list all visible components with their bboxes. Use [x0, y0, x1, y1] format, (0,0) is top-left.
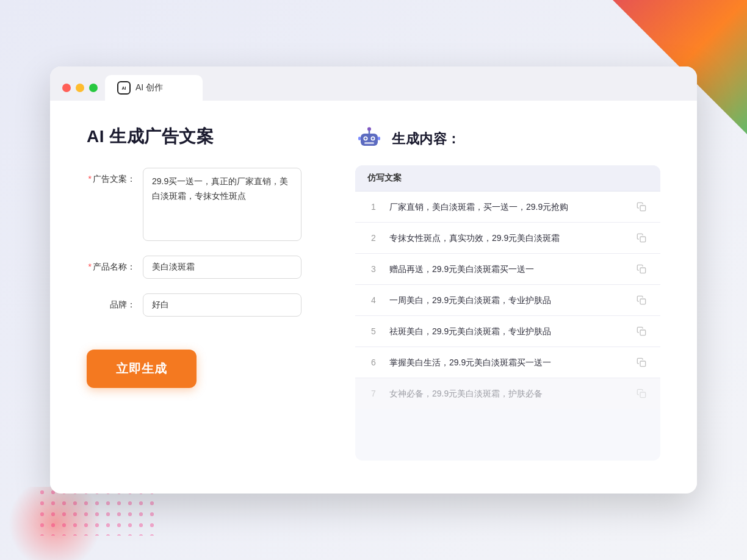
svg-rect-11 [640, 237, 646, 242]
row-text-7: 女神必备，29.9元美白淡斑霜，护肤必备 [389, 387, 625, 400]
copy-icon-6[interactable] [635, 356, 648, 369]
ad-copy-group: *广告文案： 29.9买一送一，真正的厂家直销，美白淡斑霜，专抹女性斑点 [87, 168, 319, 241]
tab-label: AI 创作 [135, 82, 163, 93]
result-rows-container: 1 厂家直销，美白淡斑霜，买一送一，29.9元抢购 2 专抹女性斑点，真实功效，… [355, 192, 660, 409]
ad-copy-textarea[interactable]: 29.9买一送一，真正的厂家直销，美白淡斑霜，专抹女性斑点 [143, 168, 301, 241]
result-row: 5 祛斑美白，29.9元美白淡斑霜，专业护肤品 [355, 316, 660, 347]
ad-copy-required: * [88, 174, 92, 184]
close-button[interactable] [62, 84, 71, 92]
svg-point-2 [367, 127, 371, 131]
result-row: 1 厂家直销，美白淡斑霜，买一送一，29.9元抢购 [355, 192, 660, 223]
svg-rect-10 [640, 206, 646, 211]
page-title: AI 生成广告文案 [87, 125, 319, 148]
brand-label: 品牌： [87, 293, 135, 311]
row-text-2: 专抹女性斑点，真实功效，29.9元美白淡斑霜 [389, 232, 625, 245]
row-number-6: 6 [367, 357, 380, 367]
result-table: 仿写文案 1 厂家直销，美白淡斑霜，买一送一，29.9元抢购 2 专抹女性斑点，… [355, 165, 660, 461]
brand-group: 品牌： [87, 293, 319, 317]
row-number-4: 4 [367, 295, 380, 305]
product-name-label: *产品名称： [87, 256, 135, 273]
browser-window: AI 创作 AI 生成广告文案 *广告文案： 29.9买一送一，真正的厂家直销，… [50, 66, 697, 494]
browser-chrome: AI 创作 [50, 66, 697, 101]
brand-input[interactable] [143, 293, 301, 317]
row-number-3: 3 [367, 264, 380, 274]
svg-rect-14 [640, 330, 646, 336]
svg-point-6 [372, 137, 374, 140]
traffic-lights [62, 84, 98, 101]
row-text-3: 赠品再送，29.9元美白淡斑霜买一送一 [389, 263, 625, 276]
copy-icon-1[interactable] [635, 200, 648, 214]
svg-rect-15 [640, 361, 646, 367]
svg-point-5 [364, 137, 367, 140]
result-row: 4 一周美白，29.9元美白淡斑霜，专业护肤品 [355, 285, 660, 316]
svg-rect-7 [364, 142, 374, 144]
svg-rect-12 [640, 268, 646, 273]
svg-rect-8 [358, 137, 361, 140]
copy-icon-5[interactable] [635, 325, 648, 338]
copy-icon-3[interactable] [635, 262, 648, 276]
robot-icon [355, 125, 383, 153]
minimize-button[interactable] [76, 84, 84, 92]
browser-tab-ai[interactable]: AI 创作 [105, 75, 203, 101]
row-text-4: 一周美白，29.9元美白淡斑霜，专业护肤品 [389, 294, 625, 307]
browser-body: AI 生成广告文案 *广告文案： 29.9买一送一，真正的厂家直销，美白淡斑霜，… [50, 101, 697, 491]
row-number-5: 5 [367, 326, 380, 336]
right-panel: 生成内容： 仿写文案 1 厂家直销，美白淡斑霜，买一送一，29.9元抢购 2 专… [355, 125, 660, 461]
copy-icon-2[interactable] [635, 231, 648, 245]
row-number-1: 1 [367, 202, 380, 212]
copy-icon-4[interactable] [635, 293, 648, 307]
svg-rect-16 [640, 392, 646, 398]
row-number-7: 7 [367, 389, 380, 398]
result-row: 7 女神必备，29.9元美白淡斑霜，护肤必备 [355, 378, 660, 409]
bg-dots-decoration [37, 487, 159, 536]
row-text-1: 厂家直销，美白淡斑霜，买一送一，29.9元抢购 [389, 201, 625, 214]
result-table-header: 仿写文案 [355, 165, 660, 192]
result-title: 生成内容： [392, 130, 461, 148]
row-text-5: 祛斑美白，29.9元美白淡斑霜，专业护肤品 [389, 325, 625, 338]
maximize-button[interactable] [89, 84, 98, 92]
row-number-2: 2 [367, 233, 380, 243]
product-name-input[interactable] [143, 256, 301, 279]
result-row: 2 专抹女性斑点，真实功效，29.9元美白淡斑霜 [355, 223, 660, 254]
copy-icon-7[interactable] [635, 387, 648, 400]
result-row: 3 赠品再送，29.9元美白淡斑霜买一送一 [355, 254, 660, 285]
svg-rect-9 [378, 137, 380, 140]
row-text-6: 掌握美白生活，29.9元美白淡斑霜买一送一 [389, 356, 625, 369]
svg-rect-13 [640, 299, 646, 304]
ad-copy-label: *广告文案： [87, 168, 135, 185]
product-name-group: *产品名称： [87, 256, 319, 279]
result-header: 生成内容： [355, 125, 660, 153]
left-panel: AI 生成广告文案 *广告文案： 29.9买一送一，真正的厂家直销，美白淡斑霜，… [87, 125, 319, 461]
product-name-required: * [88, 262, 92, 271]
ai-tab-icon [117, 81, 131, 95]
result-row: 6 掌握美白生活，29.9元美白淡斑霜买一送一 [355, 347, 660, 378]
generate-button[interactable]: 立即生成 [87, 350, 197, 388]
